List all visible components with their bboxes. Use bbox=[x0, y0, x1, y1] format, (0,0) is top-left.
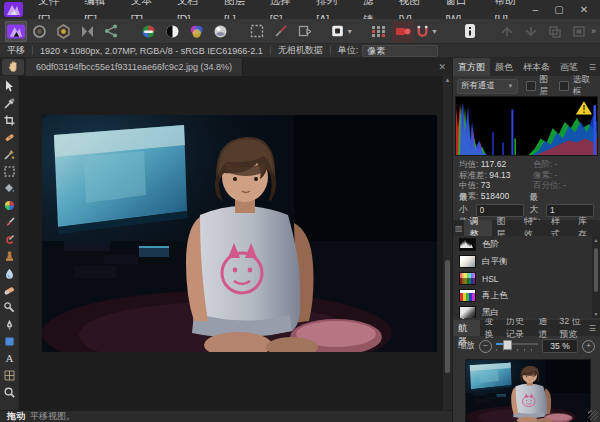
snapping-line-icon[interactable] bbox=[270, 21, 292, 42]
workspace: A ▲ bbox=[0, 76, 452, 410]
units-select[interactable]: 像素 bbox=[362, 45, 438, 57]
eraser-tool[interactable] bbox=[1, 282, 18, 298]
document-image[interactable] bbox=[42, 115, 437, 352]
export-persona-icon[interactable] bbox=[101, 21, 123, 42]
auto-colours-icon[interactable] bbox=[186, 21, 208, 42]
toolbar-overflow-icon[interactable]: » bbox=[591, 26, 596, 36]
scrollbar-thumb[interactable] bbox=[594, 248, 598, 292]
raw-data-status: 无相机数据 bbox=[278, 44, 323, 57]
panel-menu-icon[interactable]: ☰ bbox=[589, 320, 600, 336]
tab-adjustment[interactable]: 调整 bbox=[464, 220, 491, 236]
healing-brush-tool[interactable] bbox=[1, 129, 18, 145]
move-tool[interactable] bbox=[1, 78, 18, 94]
scroll-down-icon[interactable]: ▼ bbox=[592, 311, 600, 317]
tab-colour[interactable]: 颜色 bbox=[490, 58, 518, 76]
zoom-tool[interactable] bbox=[1, 384, 18, 400]
clone-stamp-tool[interactable] bbox=[1, 248, 18, 264]
zoom-in-button[interactable]: + bbox=[582, 340, 595, 353]
view-quality-icon[interactable] bbox=[294, 21, 316, 42]
tab-navigator[interactable]: 导航器 bbox=[453, 320, 480, 336]
disabled-tool-icon-1 bbox=[496, 21, 518, 42]
zoom-value[interactable]: 35 % bbox=[542, 339, 578, 353]
layer-checkbox[interactable] bbox=[526, 81, 536, 91]
histogram-display[interactable]: ! bbox=[455, 96, 598, 156]
minimize-button[interactable]: – bbox=[533, 0, 539, 19]
assistant-info-button[interactable] bbox=[459, 21, 481, 42]
scrollbar-thumb[interactable] bbox=[445, 260, 450, 374]
develop-persona-icon[interactable] bbox=[53, 21, 75, 42]
canvas-vertical-scrollbar[interactable]: ▲ bbox=[443, 76, 452, 410]
marquee-tool[interactable] bbox=[1, 163, 18, 179]
selection-brush-tool[interactable] bbox=[1, 146, 18, 162]
marquee-checkbox[interactable] bbox=[559, 81, 569, 91]
liquify-persona-icon[interactable] bbox=[77, 21, 99, 42]
adjustment-scrollbar[interactable]: ▲ ▼ bbox=[592, 236, 600, 318]
pixel-count-value: - bbox=[555, 170, 558, 180]
tab-stock[interactable]: 库存 bbox=[573, 220, 600, 236]
adjustment-label: 色阶 bbox=[482, 239, 499, 251]
tab-histogram[interactable]: 直方图 bbox=[453, 58, 490, 76]
maximize-button[interactable]: ▢ bbox=[554, 0, 563, 19]
pixel-grid-icon[interactable] bbox=[368, 21, 390, 42]
gradient-tool[interactable] bbox=[1, 197, 18, 213]
svg-text:!: ! bbox=[582, 103, 585, 114]
paint-brush-tool[interactable] bbox=[1, 214, 18, 230]
colour-replacement-tool[interactable] bbox=[1, 231, 18, 247]
crop-tool[interactable] bbox=[1, 112, 18, 128]
mesh-warp-tool[interactable] bbox=[1, 367, 18, 383]
colour-picker-tool[interactable] bbox=[1, 95, 18, 111]
adjustment-list: 色阶 白平衡 HSL 再上色 黑白 ▲ ▼ bbox=[453, 236, 600, 318]
panel-dock-icon[interactable]: ▥ bbox=[453, 220, 464, 236]
zoom-slider[interactable] bbox=[496, 340, 538, 352]
adjustment-white-balance[interactable]: 白平衡 bbox=[453, 253, 600, 270]
adjustment-hsl[interactable]: HSL bbox=[453, 270, 600, 287]
auto-white-balance-icon[interactable] bbox=[210, 21, 232, 42]
window-controls: – ▢ ✕ bbox=[533, 0, 600, 19]
tab-32bit-preview[interactable]: 32 位预览 bbox=[554, 320, 588, 336]
status-action-label: 拖动 bbox=[7, 410, 25, 422]
channel-select[interactable]: 所有通道 ▼ bbox=[457, 79, 518, 94]
dodge-burn-tool[interactable] bbox=[1, 299, 18, 315]
tab-transform[interactable]: 变换 bbox=[480, 320, 501, 336]
toggle-marquee-icon[interactable] bbox=[246, 21, 268, 42]
snapping-magnet-icon[interactable]: ▼ bbox=[416, 21, 438, 42]
close-button[interactable]: ✕ bbox=[580, 0, 588, 19]
zoom-out-button[interactable]: − bbox=[479, 340, 492, 353]
tab-history[interactable]: 历史记录 bbox=[501, 320, 533, 336]
adjustment-black-white[interactable]: 黑白 bbox=[453, 304, 600, 318]
percentile-value: - bbox=[563, 180, 566, 190]
adjustment-recolour[interactable]: 再上色 bbox=[453, 287, 600, 304]
assistant-options-dropdown[interactable]: ▼ bbox=[331, 21, 353, 42]
stddev-label: 标准差: bbox=[459, 170, 487, 180]
rotate-document-icon[interactable] bbox=[29, 21, 51, 42]
pixel-count-label: 像素: bbox=[533, 170, 552, 180]
auto-levels-icon[interactable] bbox=[138, 21, 160, 42]
text-tool[interactable]: A bbox=[1, 350, 18, 366]
panel-resize-grip[interactable] bbox=[588, 410, 598, 420]
photo-persona-button[interactable] bbox=[5, 21, 27, 42]
tab-channels[interactable]: 通道 bbox=[533, 320, 554, 336]
adjustment-levels[interactable]: 色阶 bbox=[453, 236, 600, 253]
shape-tool[interactable] bbox=[1, 333, 18, 349]
tab-layers[interactable]: 图层 bbox=[492, 220, 519, 236]
document-tab[interactable]: 60df03194fbcc55e1f9311eae66fc9c2.jpg (34… bbox=[26, 58, 243, 76]
pen-tool[interactable] bbox=[1, 316, 18, 332]
auto-contrast-icon[interactable] bbox=[162, 21, 184, 42]
canvas-area[interactable]: ▲ bbox=[19, 76, 452, 410]
tab-close-icon[interactable]: ✕ bbox=[438, 62, 446, 72]
scroll-up-icon[interactable]: ▲ bbox=[443, 77, 452, 83]
app-logo-icon bbox=[4, 2, 23, 17]
adjustment-label: 白平衡 bbox=[482, 256, 508, 268]
flood-fill-tool[interactable] bbox=[1, 180, 18, 196]
units-label: 单位: bbox=[338, 44, 359, 57]
tab-styles[interactable]: 样式 bbox=[546, 220, 573, 236]
tab-effects[interactable]: 特效 bbox=[519, 220, 546, 236]
view-hand-icon[interactable] bbox=[2, 59, 24, 75]
blur-tool[interactable] bbox=[1, 265, 18, 281]
document-tab-title: 60df03194fbcc55e1f9311eae66fc9c2.jpg (34… bbox=[36, 62, 232, 72]
force-pixel-alignment-icon[interactable] bbox=[392, 21, 414, 42]
document-info: 1920 × 1080px, 2.07MP, RGBA/8 - sRGB IEC… bbox=[40, 46, 263, 56]
navigator-thumbnail[interactable] bbox=[465, 359, 591, 422]
scroll-up-icon[interactable]: ▲ bbox=[592, 237, 600, 243]
status-hint-text: 平移视图。 bbox=[30, 410, 75, 422]
